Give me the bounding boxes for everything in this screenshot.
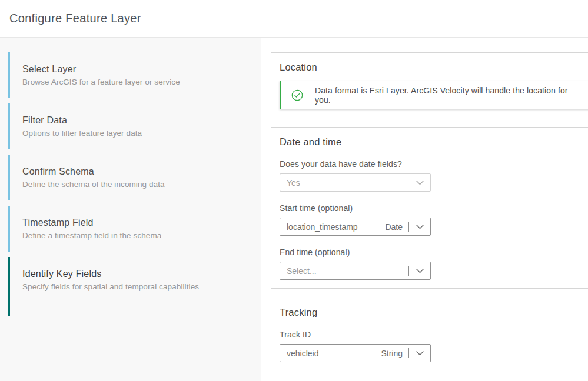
configure-feature-layer-dialog: Configure Feature Layer Select Layer Bro… <box>0 0 588 381</box>
date-fields-question-field: Does your data have date fields? Yes <box>280 159 588 192</box>
track-id-label: Track ID <box>280 330 588 339</box>
step-title: Identify Key Fields <box>22 269 250 279</box>
step-description: Options to filter feature layer data <box>22 129 250 138</box>
start-time-label: Start time (optional) <box>280 203 588 213</box>
location-panel: Location Data format is Esri Layer. ArcG… <box>271 52 588 118</box>
tracking-panel: Tracking Track ID vehicleid String <box>271 298 588 379</box>
location-success-alert: Data format is Esri Layer. ArcGIS Veloci… <box>280 81 588 109</box>
start-time-select[interactable]: location_timestamp Date <box>280 218 431 236</box>
step-filter-data[interactable]: Filter Data Options to filter feature la… <box>8 103 261 149</box>
steps-sidebar: Select Layer Browse ArcGIS for a feature… <box>0 38 261 381</box>
date-time-panel: Date and time Does your data have date f… <box>271 127 588 289</box>
chevron-down-icon <box>416 181 424 185</box>
start-time-field-type: Date <box>385 222 403 232</box>
select-divider <box>408 348 409 358</box>
date-fields-select-value: Yes <box>287 178 416 188</box>
step-select-layer[interactable]: Select Layer Browse ArcGIS for a feature… <box>8 52 261 98</box>
step-identify-key-fields[interactable]: Identify Key Fields Specify fields for s… <box>8 257 261 316</box>
track-id-field: Track ID vehicleid String <box>280 330 588 362</box>
date-fields-question-label: Does your data have date fields? <box>280 159 588 169</box>
select-divider <box>408 222 409 232</box>
step-confirm-schema[interactable]: Confirm Schema Define the schema of the … <box>8 155 261 200</box>
date-fields-select[interactable]: Yes <box>280 173 431 192</box>
track-id-select-value: vehicleid <box>287 349 381 358</box>
start-time-select-value: location_timestamp <box>287 222 385 232</box>
step-title: Timestamp Field <box>22 218 250 228</box>
chevron-down-icon <box>416 351 424 356</box>
step-timestamp-field[interactable]: Timestamp Field Define a timestamp field… <box>8 206 261 252</box>
step-title: Select Layer <box>22 64 250 75</box>
end-time-label: End time (optional) <box>280 248 588 257</box>
location-panel-title: Location <box>280 62 588 73</box>
location-alert-message: Data format is Esri Layer. ArcGIS Veloci… <box>315 86 585 105</box>
track-id-field-type: String <box>381 349 403 358</box>
select-divider <box>408 266 409 276</box>
title-bar: Configure Feature Layer <box>0 0 588 37</box>
end-time-field: End time (optional) Select... <box>280 248 588 280</box>
step-title: Filter Data <box>22 115 250 126</box>
page-title: Configure Feature Layer <box>9 12 141 25</box>
chevron-down-icon <box>416 269 424 273</box>
step-description: Specify fields for spatial and temporal … <box>22 282 250 291</box>
end-time-select-placeholder: Select... <box>287 266 403 276</box>
main-content: Location Data format is Esri Layer. ArcG… <box>261 38 588 381</box>
start-time-field: Start time (optional) location_timestamp… <box>280 203 588 236</box>
step-description: Define the schema of the incoming data <box>22 180 250 189</box>
tracking-panel-title: Tracking <box>280 307 588 318</box>
track-id-select[interactable]: vehicleid String <box>280 344 431 362</box>
chevron-down-icon <box>416 225 424 229</box>
end-time-select[interactable]: Select... <box>280 262 431 280</box>
check-circle-icon <box>291 89 303 101</box>
date-time-panel-title: Date and time <box>280 136 588 148</box>
step-description: Browse ArcGIS for a feature layer or ser… <box>22 78 250 86</box>
step-description: Define a timestamp field in the schema <box>22 231 250 240</box>
step-title: Confirm Schema <box>22 166 250 177</box>
